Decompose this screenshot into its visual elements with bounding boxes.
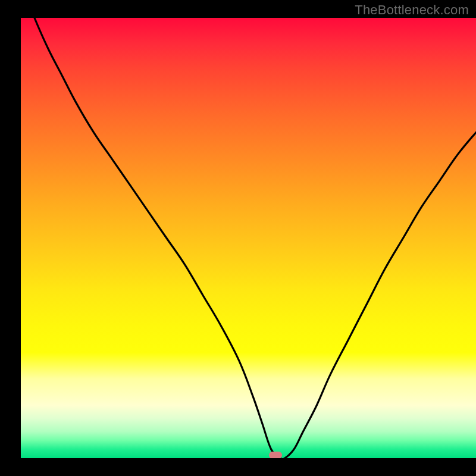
bottleneck-curve xyxy=(21,18,476,458)
optimal-point-marker xyxy=(269,452,282,458)
watermark-text: TheBottleneck.com xyxy=(355,2,469,18)
plot-area xyxy=(21,18,476,458)
curve-layer xyxy=(21,18,476,458)
chart-frame: TheBottleneck.com xyxy=(0,0,476,476)
